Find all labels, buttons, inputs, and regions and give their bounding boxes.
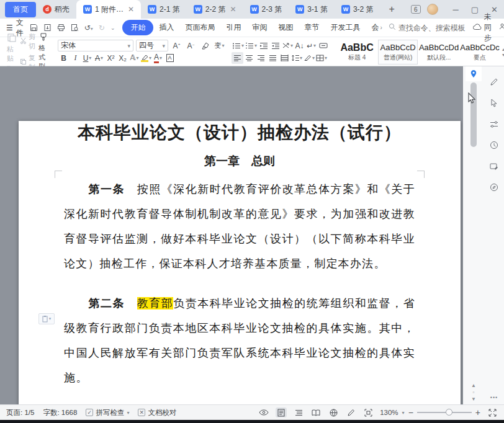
close-tab-icon[interactable]: ✕ bbox=[230, 5, 236, 14]
page-indicator[interactable]: 页面: 1/5 bbox=[6, 408, 34, 417]
docer-tab[interactable]: d 稻壳 bbox=[36, 0, 76, 19]
history-clock-icon[interactable] bbox=[488, 140, 500, 151]
ribbon-tab-references[interactable]: 引用 bbox=[220, 20, 246, 35]
web-view-icon[interactable] bbox=[328, 407, 339, 417]
spellcheck-toggle[interactable]: ✓ 拼写检查 ▾ bbox=[86, 408, 129, 417]
word-count[interactable]: 字数: 1668 bbox=[43, 408, 77, 417]
paragraph-article-2[interactable]: 第二条 教育部负责本科毕业论文抽检的统筹组织和监督，省级教育行政部门负责本地区本… bbox=[64, 291, 415, 390]
distribute-icon[interactable] bbox=[279, 52, 290, 64]
paragraph-article-1[interactable]: 第一条 按照《深化新时代教育评价改革总体方案》和《关于深化新时代教育督导体制机制… bbox=[64, 177, 415, 276]
zoom-slider-knob[interactable] bbox=[446, 409, 452, 416]
paste-options-floatie[interactable]: ▾ bbox=[38, 313, 55, 324]
undo-icon[interactable]: ↺▾ bbox=[84, 24, 93, 32]
scroll-page-nav[interactable]: ▲ ▫ ▼ bbox=[471, 383, 476, 402]
user-avatar[interactable] bbox=[427, 4, 438, 15]
navigate-compass-icon[interactable] bbox=[488, 182, 500, 193]
home-button[interactable]: 首页 bbox=[5, 2, 36, 17]
search-input[interactable] bbox=[398, 24, 473, 32]
zoom-level-value[interactable]: 130% bbox=[380, 409, 398, 416]
line-spacing-icon[interactable]: ▾ bbox=[290, 52, 303, 64]
document-tab-1[interactable]: W 1 附件… ✕ bbox=[76, 0, 141, 19]
italic-icon[interactable]: I bbox=[70, 52, 81, 64]
document-tab-6[interactable]: W 3-2 第 bbox=[335, 0, 380, 19]
select-cursor-icon[interactable] bbox=[488, 97, 500, 109]
text-direction-icon[interactable] bbox=[317, 40, 329, 51]
ribbon-tab-section[interactable]: 章节 bbox=[299, 20, 325, 35]
character-scale-icon[interactable]: ▾ bbox=[281, 40, 294, 51]
styles-scroll-arrows[interactable]: ▴▾ bbox=[501, 47, 504, 58]
font-size-select[interactable]: 四号▾ bbox=[136, 40, 168, 51]
style-heading4[interactable]: AaBbC 标题 4 bbox=[337, 40, 377, 65]
ribbon-tab-view[interactable]: 视图 bbox=[272, 20, 299, 35]
eye-protect-icon[interactable] bbox=[258, 407, 269, 417]
document-title[interactable]: 本科毕业论文（设计）抽检办法（试行） bbox=[64, 121, 415, 145]
message-count-badge[interactable]: 6 bbox=[411, 5, 421, 14]
ribbon-tab-home[interactable]: 开始 bbox=[122, 20, 153, 35]
outline-view-icon[interactable] bbox=[293, 407, 304, 417]
font-color-icon[interactable]: A▾ bbox=[152, 52, 164, 64]
style-default-para[interactable]: AaBbCcDd 默认段... bbox=[419, 40, 459, 65]
decrease-indent-icon[interactable] bbox=[258, 40, 269, 51]
print-preview-icon[interactable] bbox=[71, 24, 79, 32]
annotate-pen-icon[interactable] bbox=[345, 407, 356, 417]
fullscreen-icon[interactable] bbox=[487, 407, 498, 417]
bullet-list-icon[interactable]: ▾ bbox=[232, 40, 245, 51]
page-view-icon[interactable] bbox=[276, 407, 287, 417]
export-icon[interactable] bbox=[43, 24, 52, 32]
comment-card-icon[interactable] bbox=[488, 161, 500, 172]
document-page[interactable]: 本科毕业论文（设计）抽检办法（试行） 第一章 总则 第一条 按照《深化新时代教育… bbox=[19, 121, 461, 404]
align-center-icon[interactable] bbox=[243, 52, 255, 64]
redo-icon[interactable]: ↻ bbox=[99, 24, 105, 32]
close-tab-icon[interactable]: ✕ bbox=[128, 5, 134, 14]
command-search[interactable] bbox=[389, 23, 473, 32]
zoom-chevron-icon[interactable]: ▾ bbox=[402, 410, 405, 416]
document-tab-2[interactable]: W 2-1 第 bbox=[141, 0, 187, 19]
cut-button[interactable]: 剪切 bbox=[20, 32, 35, 51]
phonetic-guide-icon[interactable]: 变▾ bbox=[214, 40, 225, 51]
previous-page-icon[interactable]: ▲ bbox=[471, 383, 476, 388]
print-icon[interactable] bbox=[57, 24, 65, 32]
increase-font-icon[interactable]: A⁺ bbox=[171, 40, 182, 51]
vertical-scrollbar[interactable]: ▲ ▫ ▼ bbox=[463, 66, 484, 404]
document-tab-4[interactable]: W 2-3 第 bbox=[243, 0, 289, 19]
strikethrough-icon[interactable]: A▾ bbox=[93, 52, 105, 64]
ribbon-tab-dev-tools[interactable]: 开发工具 bbox=[325, 20, 366, 35]
save-icon[interactable] bbox=[30, 24, 38, 32]
align-left-icon[interactable] bbox=[232, 52, 243, 64]
zoom-slider[interactable] bbox=[417, 412, 472, 413]
tab-overflow-chevron-icon[interactable]: › bbox=[380, 24, 382, 31]
sort-icon[interactable]: A↓ bbox=[294, 40, 305, 51]
align-right-icon[interactable] bbox=[255, 52, 267, 64]
subscript-icon[interactable]: X₂ bbox=[117, 52, 128, 64]
clear-format-icon[interactable] bbox=[199, 40, 211, 51]
read-mode-icon[interactable] bbox=[310, 407, 322, 417]
text-effects-icon[interactable]: 𝔸▾ bbox=[128, 52, 140, 64]
style-normal-web[interactable]: AaBbCcD 普通(网站) bbox=[378, 40, 418, 65]
adjust-settings-icon[interactable] bbox=[488, 118, 500, 130]
numbered-list-icon[interactable]: ▾ bbox=[245, 40, 258, 51]
next-page-icon[interactable]: ▼ bbox=[471, 397, 476, 402]
rail-more-dots-icon[interactable]: ••• bbox=[490, 394, 498, 401]
decrease-font-icon[interactable]: A⁻ bbox=[185, 40, 197, 51]
character-border-icon[interactable]: A bbox=[164, 52, 176, 64]
browse-object-icon[interactable]: ▫ bbox=[473, 390, 475, 395]
document-canvas[interactable]: 本科毕业论文（设计）抽检办法（试行） 第一章 总则 第一条 按照《深化新时代教育… bbox=[0, 66, 463, 404]
proofread-button[interactable]: ✕ 文档校对 bbox=[138, 408, 176, 417]
increase-indent-icon[interactable] bbox=[269, 40, 281, 51]
collaborate-button[interactable]: 协作 bbox=[499, 17, 504, 38]
format-painter-button[interactable]: 格式刷 bbox=[35, 39, 52, 65]
paragraph-mark-icon[interactable]: ↵▾ bbox=[305, 40, 317, 51]
borders-icon[interactable]: ▾ bbox=[315, 52, 328, 64]
ribbon-tab-review[interactable]: 审阅 bbox=[246, 20, 272, 35]
zoom-out-button[interactable]: − bbox=[408, 407, 413, 417]
highlight-color-icon[interactable]: ▾ bbox=[140, 52, 152, 64]
edit-pen-icon[interactable] bbox=[488, 76, 500, 87]
new-tab-button[interactable]: + bbox=[380, 4, 403, 15]
chapter-heading[interactable]: 第一章 总则 bbox=[64, 153, 415, 169]
underline-icon[interactable]: U▾ bbox=[81, 52, 93, 64]
style-key-points[interactable]: AaBbCcDc 要点 bbox=[460, 40, 500, 65]
minimize-button[interactable]: ─ bbox=[447, 5, 465, 14]
justify-icon[interactable] bbox=[267, 52, 279, 64]
ribbon-tab-insert[interactable]: 插入 bbox=[153, 20, 179, 35]
bold-icon[interactable]: B bbox=[58, 52, 70, 64]
